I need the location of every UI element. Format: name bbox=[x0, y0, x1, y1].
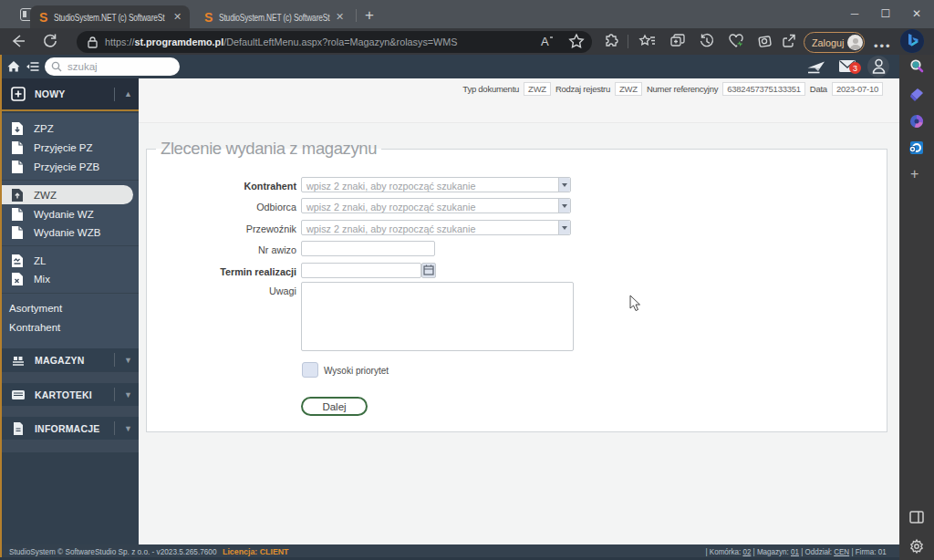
svg-text:A: A bbox=[541, 35, 549, 48]
